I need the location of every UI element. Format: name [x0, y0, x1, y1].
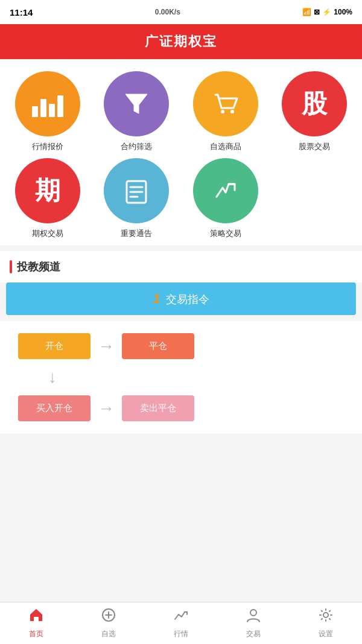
- tutorial-text: 交易指令: [166, 293, 209, 305]
- menu-label-watchlist: 自选商品: [210, 141, 241, 152]
- signal-icon: ⊠: [314, 8, 320, 16]
- filter-icon: [122, 89, 151, 118]
- bar3: [49, 104, 55, 117]
- tutorial-banner[interactable]: 1 交易指令: [6, 282, 356, 315]
- menu-circle-market: [15, 71, 80, 136]
- notice-icon: [122, 176, 151, 205]
- svg-point-11: [323, 613, 328, 617]
- plus-circle-icon: [101, 607, 116, 626]
- menu-circle-stock: 股: [282, 71, 347, 136]
- bar2: [40, 99, 46, 117]
- nav-item-watchlist[interactable]: 自选: [72, 602, 145, 644]
- menu-label-market: 行情报价: [32, 141, 63, 152]
- menu-item-stock[interactable]: 股 股票交易: [273, 71, 357, 152]
- user-icon: [246, 607, 261, 626]
- wifi-icon: 📶: [302, 8, 311, 16]
- menu-circle-watchlist: [193, 71, 258, 136]
- menu-label-stock: 股票交易: [299, 141, 330, 152]
- menu-label-strategy: 策略交易: [210, 228, 241, 239]
- bar4: [57, 95, 63, 117]
- menu-item-watchlist[interactable]: 自选商品: [184, 71, 267, 152]
- nav-label-market: 行情: [174, 629, 188, 639]
- stock-char-icon: 股: [302, 87, 327, 121]
- status-time: 11:14: [10, 7, 33, 18]
- flow-box-close: 平仓: [122, 333, 194, 359]
- bottom-nav: 首页 自选 行情 交易: [0, 602, 362, 644]
- arrow-right-2: →: [98, 399, 115, 418]
- tutorial-number: 1: [153, 291, 160, 306]
- menu-item-strategy[interactable]: 策略交易: [184, 158, 267, 239]
- flow-row-1: 开仓 → 平仓: [18, 333, 344, 359]
- nav-label-home: 首页: [29, 629, 43, 639]
- flow-row-2: 买入开仓 → 卖出平仓: [18, 395, 344, 421]
- menu-circle-strategy: [193, 158, 258, 223]
- svg-point-10: [250, 610, 256, 616]
- menu-item-notice[interactable]: 重要通告: [95, 158, 179, 239]
- menu-circle-options: 期: [15, 158, 80, 223]
- flow-box-open: 开仓: [18, 333, 91, 359]
- battery-label: 100%: [334, 8, 352, 16]
- status-bar: 11:14 0.00K/s 📶 ⊠ ⚡ 100%: [0, 0, 362, 24]
- app-title: 广证期权宝: [145, 34, 217, 49]
- options-char-icon: 期: [35, 174, 60, 208]
- menu-empty-cell: [273, 158, 357, 239]
- flow-diagram: 开仓 → 平仓 ↓ 买入开仓 → 卖出平仓: [0, 321, 362, 433]
- lightning-icon: ⚡: [322, 8, 331, 16]
- menu-label-filter: 合约筛选: [121, 141, 152, 152]
- svg-point-1: [221, 110, 224, 113]
- bar-chart-icon: [32, 91, 63, 117]
- cart-icon: [211, 89, 241, 119]
- gear-icon: [318, 607, 334, 626]
- nav-item-market[interactable]: 行情: [145, 602, 217, 644]
- bar1: [32, 106, 38, 117]
- menu-label-notice: 重要通告: [121, 228, 152, 239]
- nav-item-settings[interactable]: 设置: [290, 602, 362, 644]
- nav-label-watchlist: 自选: [101, 629, 116, 639]
- menu-label-options: 期权交易: [32, 228, 63, 239]
- menu-item-filter[interactable]: 合约筛选: [95, 71, 179, 152]
- status-right: 📶 ⊠ ⚡ 100%: [302, 8, 352, 16]
- menu-item-options[interactable]: 期 期权交易: [6, 158, 89, 239]
- arrow-right-1: →: [98, 337, 115, 356]
- arrow-down: ↓: [18, 368, 344, 387]
- trend-icon: [173, 607, 189, 626]
- nav-label-settings: 设置: [319, 629, 333, 639]
- strategy-icon: [211, 176, 241, 206]
- flow-box-sell-close: 卖出平仓: [122, 395, 194, 421]
- menu-row-1: 行情报价 合约筛选 自选商品 股: [6, 71, 356, 152]
- section-bar-indicator: [10, 260, 12, 273]
- menu-section: 行情报价 合约筛选 自选商品 股: [0, 59, 362, 245]
- svg-marker-0: [125, 94, 147, 113]
- menu-circle-filter: [104, 71, 169, 136]
- flow-box-buy-open: 买入开仓: [18, 395, 91, 421]
- home-icon: [28, 607, 44, 626]
- app-header: 广证期权宝: [0, 24, 362, 59]
- nav-label-trade: 交易: [246, 629, 261, 639]
- status-network: 0.00K/s: [155, 8, 180, 16]
- section-title-text: 投教频道: [17, 260, 60, 274]
- menu-circle-notice: [104, 158, 169, 223]
- menu-row-2: 期 期权交易 重要通告 策: [6, 158, 356, 239]
- menu-item-market[interactable]: 行情报价: [6, 71, 89, 152]
- nav-item-trade[interactable]: 交易: [217, 602, 290, 644]
- nav-item-home[interactable]: 首页: [0, 602, 72, 644]
- svg-point-2: [230, 110, 234, 113]
- section-title-area: 投教频道: [0, 251, 362, 282]
